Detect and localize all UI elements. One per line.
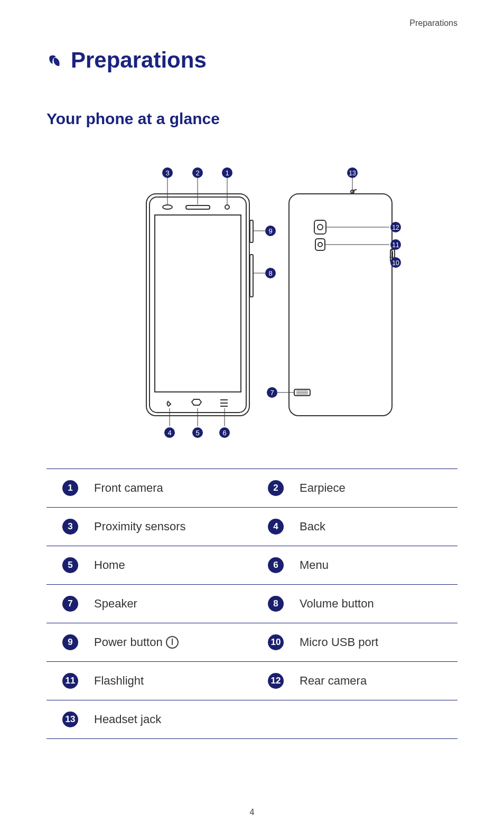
power-icon (166, 636, 179, 649)
callout-7: 7 (270, 389, 274, 397)
page-header: Preparations (409, 18, 458, 28)
callout-4: 4 (167, 429, 171, 437)
legend-label: Back (300, 514, 458, 539)
legend-label: Front camera (94, 476, 252, 500)
legend-num-11: 11 (62, 673, 79, 689)
legend-num-9: 9 (62, 634, 78, 650)
svg-point-28 (318, 242, 322, 247)
svg-rect-7 (250, 255, 253, 297)
table-row: 1 Front camera 2 Earpiece (46, 469, 458, 507)
legend-num-12: 12 (268, 673, 284, 689)
callout-6: 6 (222, 429, 226, 437)
callout-3: 3 (165, 169, 169, 177)
svg-rect-0 (146, 194, 249, 416)
legend-num-13: 13 (62, 712, 79, 727)
svg-point-4 (163, 205, 172, 209)
table-row: 11 Flashlight 12 Rear camera (46, 661, 458, 700)
callout-1: 1 (225, 169, 229, 177)
legend-label: Speaker (94, 592, 252, 616)
legend-label: Menu (300, 553, 458, 577)
callout-13: 13 (349, 170, 356, 177)
table-row: 9 Power button 10 Micro USB port (46, 623, 458, 661)
table-row: 5 Home 6 Menu (46, 546, 458, 584)
svg-rect-3 (186, 205, 210, 209)
svg-point-26 (318, 224, 323, 230)
svg-rect-27 (315, 239, 325, 250)
svg-rect-1 (150, 197, 246, 413)
chapter-title: Preparations (71, 48, 207, 73)
svg-rect-25 (314, 220, 326, 234)
table-row: 3 Proximity sensors 4 Back (46, 507, 458, 546)
logo-icon (46, 51, 64, 69)
legend-num-3: 3 (62, 519, 78, 535)
page-number: 4 (0, 808, 504, 817)
legend-label: Proximity sensors (94, 514, 252, 539)
legend-text: Power button (94, 635, 163, 649)
legend-num-4: 4 (268, 519, 284, 535)
legend-num-8: 8 (268, 596, 284, 612)
legend-label: Headset jack (94, 707, 252, 732)
callout-5: 5 (195, 429, 199, 437)
legend-label: Micro USB port (300, 630, 458, 654)
legend-num-2: 2 (268, 480, 284, 496)
callout-9: 9 (268, 227, 272, 235)
legend-num-10: 10 (268, 634, 284, 650)
legend-table: 1 Front camera 2 Earpiece 3 Proximity se… (46, 469, 458, 739)
section-title: Your phone at a glance (46, 110, 458, 128)
callout-11: 11 (392, 241, 399, 249)
svg-rect-6 (250, 220, 253, 242)
chapter-heading: Preparations (46, 48, 458, 73)
legend-num-7: 7 (62, 596, 78, 612)
callout-12: 12 (392, 224, 399, 231)
legend-num-6: 6 (268, 557, 284, 573)
legend-num-5: 5 (62, 557, 78, 573)
callout-8: 8 (268, 269, 272, 277)
callout-2: 2 (195, 169, 199, 177)
legend-label: Power button (94, 630, 252, 654)
svg-rect-2 (155, 215, 241, 392)
callout-10: 10 (392, 259, 399, 267)
legend-label: Rear camera (300, 669, 458, 693)
svg-point-5 (225, 205, 229, 209)
legend-label: Volume button (300, 592, 458, 616)
phone-diagram: 3 2 1 9 8 4 5 6 (46, 157, 458, 453)
table-row: 7 Speaker 8 Volume button (46, 584, 458, 623)
table-row: 13 Headset jack (46, 700, 458, 739)
legend-label: Earpiece (300, 476, 458, 500)
legend-label: Home (94, 553, 252, 577)
legend-label: Flashlight (94, 669, 252, 693)
legend-num-1: 1 (62, 480, 78, 496)
